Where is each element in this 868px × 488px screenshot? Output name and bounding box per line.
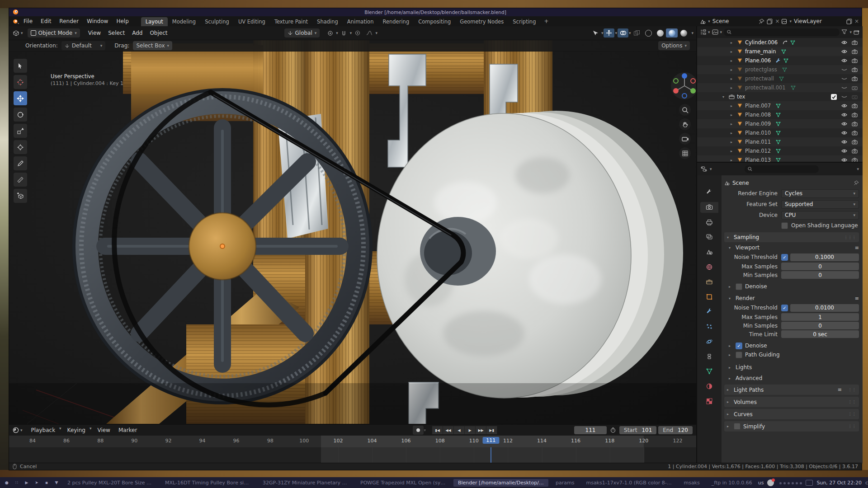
eye-open-icon[interactable] (841, 49, 848, 54)
r-denoise-row[interactable]: ▸✓ Denoise (724, 341, 859, 350)
timeline-menu-keying[interactable]: Keying (63, 426, 90, 434)
pin-icon[interactable] (854, 180, 859, 186)
camera-visibility-icon[interactable] (852, 112, 858, 117)
tool-move[interactable] (14, 91, 27, 105)
expand-arrow-icon[interactable]: ▸ (731, 50, 735, 54)
launcher-grid-icon[interactable]: ∷ (13, 479, 21, 487)
navigation-gizmo[interactable] (670, 71, 696, 100)
expand-arrow-icon[interactable]: ▸ (731, 77, 735, 81)
timeline-menu-marker[interactable]: Marker (114, 426, 141, 434)
workspace-tab-layout[interactable]: Layout (141, 17, 168, 26)
workspace-tab-rendering[interactable]: Rendering (378, 17, 414, 26)
timeline-menu-view[interactable]: View (93, 426, 114, 434)
viewport-grid-icon[interactable] (679, 147, 691, 159)
menu-file[interactable]: File (19, 17, 37, 26)
discord-tray-icon[interactable] (767, 479, 774, 486)
launcher-download-icon[interactable]: ▼ (52, 479, 61, 487)
properties-tab-view-layer[interactable] (700, 232, 718, 243)
proportional-edit-icon[interactable] (352, 28, 363, 38)
preset-list-icon[interactable]: ≡ (838, 387, 842, 393)
outliner-row-plane-011[interactable]: ▸Plane.011 (697, 137, 863, 146)
falloff-icon[interactable] (364, 28, 375, 38)
taskbar-window-powge-trapezoi[interactable]: POWGE Trapezoid MXL Open (syn... (356, 479, 451, 487)
tool-rotate[interactable] (14, 108, 27, 122)
vp-min-samples-field[interactable]: 0 (781, 271, 859, 279)
pivot-point-button[interactable] (325, 28, 335, 38)
tool-scale[interactable] (14, 124, 27, 138)
panel-light-paths[interactable]: ▸Light Paths≡⋮⋮ (724, 385, 859, 395)
properties-tab-material[interactable] (700, 381, 718, 392)
camera-visibility-icon[interactable] (852, 94, 858, 99)
camera-visibility-icon[interactable] (852, 130, 858, 136)
preset-list-icon[interactable]: ≡ (855, 296, 859, 301)
expand-arrow-icon[interactable]: ▸ (731, 59, 735, 63)
playback-play-reverse-button[interactable]: ◀ (454, 426, 465, 434)
playback-play-button[interactable]: ▶ (465, 426, 476, 434)
taskbar-window-params[interactable]: params (551, 479, 579, 487)
panel-simplify[interactable]: ▸Simplify⋮⋮ (724, 421, 859, 432)
launcher-cursor-icon[interactable]: ➤ (33, 479, 41, 487)
new-scene-icon[interactable] (767, 19, 773, 24)
workspace-tab-uv-editing[interactable]: UV Editing (234, 17, 270, 26)
vp-denoise-checkbox[interactable] (736, 283, 742, 290)
path-guiding-checkbox[interactable] (736, 352, 742, 358)
expand-arrow-icon[interactable]: ▸ (731, 41, 735, 45)
pin-icon[interactable] (759, 19, 764, 24)
taskbar-window-mxl-16dt-timin[interactable]: MXL-16DT Timing Pulley Bore size 1... (160, 479, 255, 487)
tool-select-box[interactable] (14, 59, 27, 73)
r-noise-checkbox[interactable]: ✓ (781, 305, 788, 311)
launcher-window-icon[interactable]: ▪ (42, 479, 51, 487)
timeline-editor-type-button[interactable]: ▾ (13, 427, 23, 433)
current-frame-field[interactable]: 111 (574, 426, 607, 434)
properties-tab-tool[interactable] (700, 187, 718, 198)
tool-cursor[interactable] (14, 75, 27, 89)
outliner-row-plane-012[interactable]: ▸Plane.012 (697, 146, 863, 155)
3d-viewport[interactable]: User Perspective (111) 1 | Cylinder.004 … (9, 26, 696, 424)
launcher-dot-icon[interactable]: ● (3, 479, 11, 487)
r-max-samples-field[interactable]: 1 (781, 313, 859, 321)
outliner-row-plane-007[interactable]: ▸Plane.007 (697, 101, 863, 110)
taskbar-window-blender-home[interactable]: Blender [/home/amalie/Desktop/ble... (453, 479, 548, 487)
exclusion-checkbox[interactable] (831, 94, 837, 99)
shading-solid-button[interactable] (654, 28, 666, 38)
playhead-frame-label[interactable]: 111 (482, 437, 499, 444)
remove-view-layer-icon[interactable]: × (854, 18, 859, 24)
outliner-display-mode-icon[interactable] (700, 29, 706, 35)
outliner-row-frame-main[interactable]: ▸frame_main (697, 47, 863, 56)
scene-selector[interactable]: ▾ Scene × (700, 18, 779, 24)
eye-open-icon[interactable] (841, 40, 848, 45)
workspace-tab-geometry-nodes[interactable]: Geometry Nodes (455, 17, 508, 26)
outliner-row-protectwall[interactable]: ▸protectwall (697, 74, 863, 83)
frame-end-field[interactable]: End120 (658, 426, 693, 434)
stopwatch-icon[interactable] (610, 427, 617, 433)
outliner-row-protectglass[interactable]: ▸protectglass (697, 65, 863, 74)
r-noise-field[interactable]: 0.0100 (790, 304, 859, 312)
properties-tab-object[interactable] (700, 291, 718, 302)
workspace-tab-modeling[interactable]: Modeling (168, 17, 200, 26)
expand-arrow-icon[interactable]: ▸ (731, 113, 735, 117)
expand-arrow-icon[interactable]: ▸ (731, 104, 735, 108)
outliner-row-plane-006[interactable]: ▸Plane.006 (697, 56, 863, 65)
transform-orientation[interactable]: Global ▾ (284, 28, 320, 38)
feature-set-dropdown[interactable]: Supported▾ (781, 200, 859, 209)
taskbar-window--ftp-in-10-0-0[interactable]: _ftp in 10.0.0.66 (707, 479, 757, 487)
expand-arrow-icon[interactable]: ▸ (731, 140, 735, 144)
new-view-layer-icon[interactable] (846, 19, 852, 24)
properties-tab-world[interactable] (700, 262, 718, 272)
menu-edit[interactable]: Edit (37, 17, 55, 26)
workspace-tab-animation[interactable]: Animation (343, 17, 378, 26)
vp-max-samples-field[interactable]: 0 (781, 263, 859, 270)
r-min-samples-field[interactable]: 0 (781, 322, 859, 329)
eye-open-icon[interactable] (841, 58, 848, 63)
add-workspace-button[interactable]: + (540, 17, 552, 26)
viewport-zoom-icon[interactable] (679, 104, 691, 116)
view-layer-selector[interactable]: ▾ ViewLayer × (781, 18, 859, 24)
orientation-setting-dropdown[interactable]: Default ▾ (61, 41, 105, 50)
keyboard-layout-indicator[interactable]: us (758, 480, 764, 486)
timeline-ruler[interactable]: 8486889092949698100102104106108110112114… (9, 436, 696, 447)
eye-closed-icon[interactable] (841, 94, 848, 99)
camera-visibility-icon[interactable] (852, 139, 858, 145)
workspace-tab-sculpting[interactable]: Sculpting (200, 17, 234, 26)
expand-arrow-icon[interactable]: ▸ (731, 131, 735, 135)
shading-material-button[interactable] (666, 28, 678, 38)
